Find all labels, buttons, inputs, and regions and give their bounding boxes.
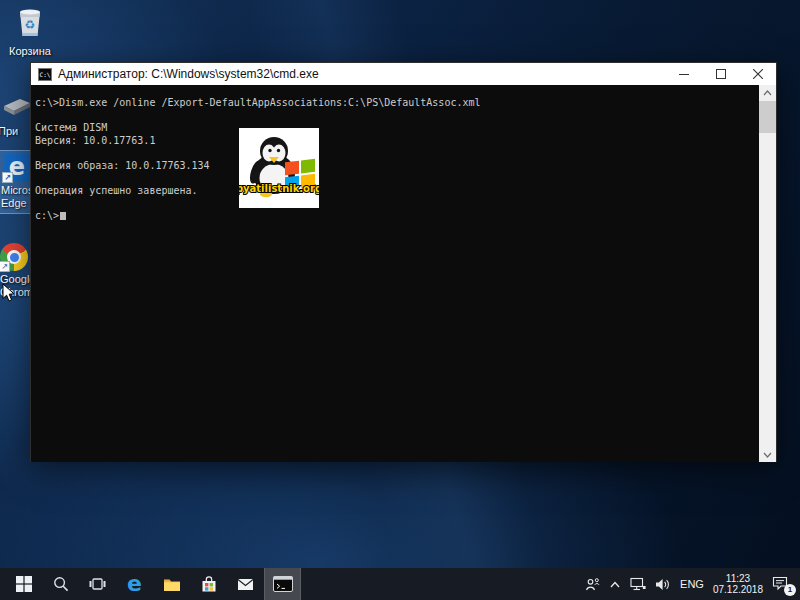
network-button[interactable] — [630, 577, 646, 591]
mouse-cursor — [2, 283, 16, 303]
console-line: Система DISM — [35, 122, 758, 135]
pyatilistnik-logo: pyatilistnik.org — [239, 128, 319, 208]
desktop: ♻ Корзина При e ↗ Microsoft Edge ↗ Googl… — [0, 0, 800, 600]
taskbar-clock[interactable]: 11:23 07.12.2018 — [713, 573, 763, 596]
cmd-window: C:\ Администратор: C:\Windows\system32\c… — [30, 62, 777, 462]
console-line — [35, 147, 758, 160]
close-icon — [753, 69, 763, 79]
people-icon — [585, 577, 600, 592]
recycle-bin-icon: ♻ — [14, 5, 46, 39]
svg-text:♻: ♻ — [25, 18, 36, 32]
store-icon — [201, 576, 217, 593]
taskbar: e — [0, 568, 800, 600]
text-cursor — [60, 212, 66, 220]
action-center-button[interactable]: 1 — [772, 576, 790, 592]
mail-icon — [237, 578, 254, 591]
file-explorer-icon — [163, 577, 181, 592]
console-line: Версия: 10.0.17763.1 — [35, 135, 758, 148]
volume-button[interactable] — [655, 578, 671, 591]
window-title: Администратор: C:\Windows\system32\cmd.e… — [58, 67, 665, 81]
shortcut-arrow-icon: ↗ — [2, 172, 13, 183]
people-button[interactable] — [585, 577, 600, 592]
minimize-icon — [679, 69, 689, 79]
scroll-up-icon[interactable] — [759, 85, 776, 100]
taskbar-store-button[interactable] — [190, 568, 227, 600]
chevron-up-icon — [609, 580, 621, 589]
task-view-button[interactable] — [79, 568, 116, 600]
console-line — [35, 198, 758, 211]
desktop-icon-label: Корзина — [7, 45, 53, 58]
maximize-icon — [716, 69, 726, 79]
taskbar-edge-button[interactable]: e — [116, 568, 153, 600]
shortcut-arrow-icon: ↗ — [0, 261, 10, 272]
edge-icon: e ↗ — [3, 154, 31, 182]
logo-text: pyatilistnik.org — [239, 183, 319, 194]
cmd-icon — [273, 576, 293, 592]
taskbar-mail-button[interactable] — [227, 568, 264, 600]
console-line — [35, 110, 758, 123]
console-line: Версия образа: 10.0.17763.134 — [35, 160, 758, 173]
taskbar-cmd-button[interactable] — [264, 568, 301, 600]
start-button[interactable] — [5, 568, 42, 600]
notification-badge: 1 — [784, 584, 796, 596]
scroll-down-icon[interactable] — [759, 447, 776, 462]
clock-time: 11:23 — [713, 573, 763, 585]
task-view-icon — [89, 576, 106, 592]
desktop-icon-recycle-bin[interactable]: ♻ Корзина — [7, 5, 53, 58]
clock-date: 07.12.2018 — [713, 584, 763, 596]
console-line: c:\>Dism.exe /online /Export-DefaultAppA… — [35, 97, 758, 110]
network-icon — [630, 577, 646, 591]
windows-logo-icon — [16, 576, 32, 592]
volume-icon — [655, 578, 671, 591]
language-indicator[interactable]: ENG — [680, 578, 704, 590]
search-icon — [53, 576, 69, 592]
console-scrollbar[interactable] — [759, 85, 776, 462]
close-button[interactable] — [739, 63, 776, 85]
scrollbar-thumb[interactable] — [759, 101, 776, 133]
edge-icon: e — [127, 573, 142, 595]
console-prompt: c:\> — [35, 210, 59, 221]
taskbar-file-explorer-button[interactable] — [153, 568, 190, 600]
maximize-button[interactable] — [702, 63, 739, 85]
console-line: Операция успешно завершена. — [35, 185, 758, 198]
console-prompt-line: c:\> — [35, 210, 758, 223]
console-line — [35, 173, 758, 186]
show-hidden-icons-button[interactable] — [609, 580, 621, 589]
minimize-button[interactable] — [665, 63, 702, 85]
cmd-window-icon: C:\ — [38, 68, 52, 81]
console-output[interactable]: c:\>Dism.exe /online /Export-DefaultAppA… — [31, 85, 776, 462]
window-titlebar[interactable]: C:\ Администратор: C:\Windows\system32\c… — [31, 63, 776, 85]
taskbar-search-button[interactable] — [42, 568, 79, 600]
